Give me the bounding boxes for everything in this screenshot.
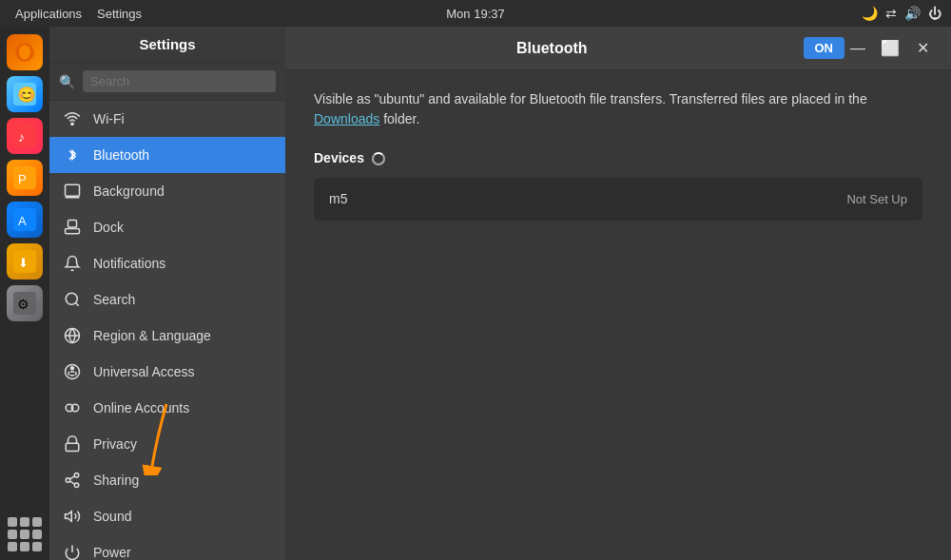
sidebar-item-background[interactable]: Background [49,173,285,209]
device-name: m5 [329,189,347,209]
privacy-label: Privacy [93,436,137,452]
main-header: Bluetooth ON — ⬜ ✕ [285,27,951,70]
privacy-icon [63,434,82,454]
svg-text:⬇: ⬇ [18,256,29,270]
region-label: Region & Language [93,328,211,343]
topbar-right: 🌙 ⇄ 🔊 ⏻ [862,6,941,21]
sidebar-item-privacy[interactable]: Privacy [49,426,285,462]
sidebar-item-bluetooth[interactable]: Bluetooth [49,137,285,173]
svg-point-29 [74,483,79,488]
sound-icon [63,507,82,526]
devices-section: Devices m5 Not Set Up [314,148,922,221]
svg-marker-32 [66,512,72,522]
dock-finder[interactable]: 😊 [7,76,43,112]
moon-icon[interactable]: 🌙 [862,6,878,21]
search-label: Search [93,292,135,307]
svg-text:P: P [18,172,27,186]
dock-install[interactable]: ⬇ [7,243,43,280]
minimize-button[interactable]: — [844,35,871,62]
sidebar-item-power[interactable]: Power [49,534,285,560]
dock-music[interactable]: ♪ [7,118,43,154]
bt-description-suffix: folder. [383,111,419,126]
bt-description: Visible as "ubuntu" and available for Bl… [314,89,922,129]
volume-icon[interactable]: 🔊 [904,6,921,21]
universal-icon [63,362,82,381]
dock: 😊 ♪ P A ⬇ ⚙ [0,27,49,560]
table-row[interactable]: m5 Not Set Up [314,178,922,221]
window: 😊 ♪ P A ⬇ ⚙ Settings [0,27,951,560]
downloads-link[interactable]: Downloads [314,111,379,126]
wifi-icon [63,109,82,128]
svg-text:A: A [18,214,27,228]
universal-label: Universal Access [93,364,195,379]
sharing-label: Sharing [93,473,139,488]
dock-label: Dock [93,220,124,235]
online-icon [63,398,82,417]
svg-line-30 [69,481,74,484]
sidebar-item-notifications[interactable]: Notifications [49,245,285,281]
settings-menu[interactable]: Settings [91,5,147,23]
svg-rect-14 [66,184,80,196]
window-controls: — ⬜ ✕ [844,35,936,62]
sidebar-item-sound[interactable]: Sound [49,498,285,534]
sidebar-search-icon: 🔍 [59,74,75,89]
notifications-icon [63,254,82,273]
sound-label: Sound [93,509,131,524]
applications-menu[interactable]: Applications [10,5,87,23]
bt-description-text: Visible as "ubuntu" and available for Bl… [314,91,867,106]
maximize-button[interactable]: ⬜ [877,35,903,62]
loading-spinner [372,152,385,165]
sidebar-search: 🔍 [49,63,285,101]
background-icon [63,182,82,201]
sidebar-item-online[interactable]: Online Accounts [49,390,285,426]
online-label: Online Accounts [93,400,189,415]
settings-panel: Settings 🔍 Wi-Fi Bluetooth [49,27,951,560]
sidebar-item-region[interactable]: Region & Language [49,318,285,354]
devices-heading: Devices [314,148,364,168]
main-title: Bluetooth [301,40,804,57]
sidebar-item-search[interactable]: Search [49,281,285,318]
close-button[interactable]: ✕ [909,35,936,62]
sidebar-item-sharing[interactable]: Sharing [49,462,285,498]
svg-rect-17 [68,221,77,228]
topbar-left: Applications Settings [10,5,147,23]
sidebar-search-input[interactable] [83,70,276,92]
dock-appstore[interactable]: A [7,202,43,238]
dock-bottom [7,516,43,552]
svg-point-23 [71,367,74,370]
bluetooth-icon [63,145,82,164]
svg-text:😊: 😊 [17,86,36,104]
search-icon-item [63,290,82,309]
sidebar-item-dock[interactable]: Dock [49,209,285,245]
svg-rect-3 [13,125,36,147]
sidebar: Settings 🔍 Wi-Fi Bluetooth [49,27,285,560]
background-label: Background [93,183,165,199]
main-content: Bluetooth ON — ⬜ ✕ Visible as "ubuntu" a… [285,27,951,560]
svg-text:♪: ♪ [18,129,25,145]
svg-rect-26 [66,443,79,451]
svg-line-31 [69,476,74,479]
bluetooth-label: Bluetooth [93,147,149,163]
power-icon[interactable]: ⏻ [928,6,941,21]
main-body: Visible as "ubuntu" and available for Bl… [285,70,951,560]
network-status-icon[interactable]: ⇄ [885,6,897,21]
sharing-icon [63,471,82,490]
svg-point-13 [71,123,73,125]
bluetooth-toggle[interactable]: ON [804,37,845,59]
topbar-clock: Mon 19:37 [446,7,504,21]
region-icon [63,326,82,345]
svg-line-19 [75,302,78,305]
topbar: Applications Settings Mon 19:37 🌙 ⇄ 🔊 ⏻ [0,0,951,27]
dock-apps-grid[interactable] [7,516,43,552]
power-label: Power [93,545,131,560]
dock-firefox[interactable] [7,34,43,70]
dock-settings[interactable]: ⚙ [7,285,43,321]
notifications-label: Notifications [93,256,165,271]
dock-pages[interactable]: P [7,160,43,196]
sidebar-item-wifi[interactable]: Wi-Fi [49,101,285,137]
power-item-icon [63,543,82,560]
dock-icon-item [63,218,82,237]
sidebar-item-universal[interactable]: Universal Access [49,354,285,390]
svg-point-18 [66,293,77,304]
svg-text:⚙: ⚙ [17,297,29,312]
